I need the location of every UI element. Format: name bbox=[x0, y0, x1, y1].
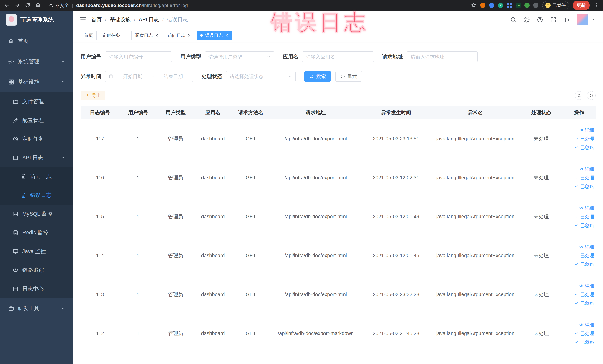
check-icon bbox=[575, 176, 579, 180]
sidebar-item-home[interactable]: 首页 bbox=[0, 31, 73, 51]
check-icon bbox=[575, 254, 579, 258]
col-process-status: 处理状态 bbox=[520, 106, 563, 119]
detail-link[interactable]: 详细 bbox=[579, 244, 594, 250]
close-icon[interactable] bbox=[122, 34, 126, 37]
browser-menu-kebab-icon[interactable] bbox=[593, 2, 599, 9]
process-status-select[interactable]: 请选择处理状态 bbox=[226, 71, 296, 82]
close-icon[interactable] bbox=[155, 34, 158, 37]
sidebar: 芋道管理系统 首页 系统管理 基础设施 文件管理 bbox=[0, 11, 73, 364]
bookmark-star-icon[interactable] bbox=[471, 2, 476, 9]
processed-link[interactable]: 已处理 bbox=[575, 175, 594, 181]
detail-link[interactable]: 详细 bbox=[579, 205, 594, 211]
help-icon[interactable] bbox=[537, 16, 543, 23]
sidebar-toggle-icon[interactable] bbox=[80, 16, 87, 24]
sidebar-item-java-monitor[interactable]: Java 监控 bbox=[0, 242, 73, 261]
table-row: 117 1 管理员 dashboard GET /api/infra/db-do… bbox=[81, 119, 596, 158]
sidebar-item-file-management[interactable]: 文件管理 bbox=[0, 92, 73, 111]
tab-access-log[interactable]: 访问日志 bbox=[164, 31, 195, 40]
paused-badge[interactable]: 已暂停 bbox=[542, 1, 569, 10]
sidebar-item-mysql-monitor[interactable]: MySQL 监控 bbox=[0, 205, 73, 223]
export-icon bbox=[85, 93, 90, 98]
extension-icon-green[interactable] bbox=[524, 3, 530, 8]
breadcrumb-api-logs[interactable]: API 日志 bbox=[139, 16, 159, 23]
col-app-name: 应用名 bbox=[195, 106, 232, 119]
search-icon[interactable] bbox=[510, 16, 516, 23]
sidebar-item-redis-monitor[interactable]: Redis 监控 bbox=[0, 223, 73, 242]
extension-icon-orange[interactable] bbox=[480, 3, 486, 8]
extension-icon-grid[interactable] bbox=[507, 3, 512, 8]
extensions-puzzle-icon[interactable] bbox=[533, 3, 538, 8]
request-url-input[interactable] bbox=[407, 51, 477, 62]
status-text: 未处理 bbox=[520, 158, 563, 197]
ignored-link[interactable]: 已忽略 bbox=[575, 183, 594, 189]
refresh-table-button[interactable] bbox=[587, 91, 596, 100]
app-logo[interactable]: 芋道管理系统 bbox=[0, 11, 73, 29]
hide-search-button[interactable] bbox=[575, 91, 583, 100]
exception-time-range-picker[interactable]: 开始日期 - 结束日期 bbox=[105, 71, 193, 82]
check-icon bbox=[575, 293, 579, 296]
processed-link[interactable]: 已处理 bbox=[575, 292, 594, 298]
browser-reload-button[interactable] bbox=[25, 2, 30, 9]
user-id-input[interactable] bbox=[105, 51, 172, 62]
font-size-icon[interactable]: TT bbox=[564, 16, 570, 23]
tab-error-log[interactable]: 错误日志 bbox=[197, 31, 232, 40]
sidebar-item-error-log[interactable]: 错误日志 bbox=[0, 186, 73, 205]
sidebar-item-api-logs[interactable]: API 日志 bbox=[0, 148, 73, 167]
sidebar-item-log-center[interactable]: 日志中心 bbox=[0, 280, 73, 298]
sidebar-item-trace[interactable]: 链路追踪 bbox=[0, 261, 73, 280]
eye-icon bbox=[579, 128, 583, 132]
processed-link[interactable]: 已处理 bbox=[575, 136, 594, 142]
browser-forward-button[interactable] bbox=[14, 2, 20, 9]
security-indicator[interactable]: 不安全 bbox=[48, 2, 69, 9]
status-text: 未处理 bbox=[520, 197, 563, 236]
col-method: 请求方法名 bbox=[232, 106, 270, 119]
sidebar-item-dev-tools[interactable]: 研发工具 bbox=[0, 298, 73, 318]
search-button[interactable]: 搜索 bbox=[304, 71, 331, 82]
sidebar-item-scheduled-tasks[interactable]: 定时任务 bbox=[0, 130, 73, 148]
browser-back-button[interactable] bbox=[4, 2, 10, 9]
browser-home-button[interactable] bbox=[35, 2, 41, 9]
date-separator: - bbox=[152, 74, 154, 79]
col-request-url: 请求地址 bbox=[270, 106, 361, 119]
tab-scheduled-tasks[interactable]: 定时任务 bbox=[99, 31, 129, 40]
reset-button[interactable]: 重置 bbox=[335, 71, 362, 82]
avatar[interactable] bbox=[577, 14, 588, 25]
app-name-input[interactable] bbox=[302, 51, 374, 62]
database-icon bbox=[12, 211, 19, 217]
ignored-link[interactable]: 已忽略 bbox=[575, 339, 594, 345]
ignored-link[interactable]: 已忽略 bbox=[575, 222, 594, 228]
sidebar-item-config-management[interactable]: 配置管理 bbox=[0, 111, 73, 130]
export-button[interactable]: 导出 bbox=[81, 91, 105, 100]
detail-link[interactable]: 详细 bbox=[579, 322, 594, 328]
address-bar[interactable]: 不安全 | dashboard.yudao.iocoder.cn/infra/l… bbox=[48, 2, 466, 9]
ignored-link[interactable]: 已忽略 bbox=[575, 144, 594, 151]
url-text: dashboard.yudao.iocoder.cn/infra/log/api… bbox=[76, 3, 188, 8]
processed-link[interactable]: 已处理 bbox=[575, 253, 594, 259]
close-icon[interactable] bbox=[188, 34, 191, 37]
breadcrumb-infrastructure[interactable]: 基础设施 bbox=[110, 16, 131, 23]
processed-link[interactable]: 已处理 bbox=[575, 330, 594, 337]
detail-link[interactable]: 详细 bbox=[579, 127, 594, 133]
ignored-link[interactable]: 已忽略 bbox=[575, 300, 594, 306]
extension-icon-teal[interactable]: Y bbox=[498, 3, 503, 8]
ignored-link[interactable]: 已忽略 bbox=[575, 261, 594, 267]
detail-link[interactable]: 详细 bbox=[579, 166, 594, 172]
sidebar-item-system-management[interactable]: 系统管理 bbox=[0, 51, 73, 72]
github-icon[interactable] bbox=[523, 16, 530, 23]
avatar-caret-down-icon[interactable] bbox=[592, 18, 596, 22]
sidebar-item-infrastructure[interactable]: 基础设施 bbox=[0, 72, 73, 92]
sidebar-item-access-log[interactable]: 访问日志 bbox=[0, 167, 73, 186]
user-type-select[interactable]: 请选择用户类型 bbox=[205, 51, 274, 62]
tab-home[interactable]: 首页 bbox=[81, 31, 97, 40]
extension-icon-on[interactable]: on bbox=[515, 3, 521, 8]
processed-link[interactable]: 已处理 bbox=[575, 214, 594, 220]
close-icon[interactable] bbox=[225, 34, 228, 37]
browser-update-button[interactable]: 更新 bbox=[573, 1, 590, 10]
extension-icon-blue-drop[interactable] bbox=[489, 3, 494, 8]
tab-schedule-log[interactable]: 调度日志 bbox=[131, 31, 162, 40]
table-toolbar: 导出 bbox=[81, 91, 596, 100]
breadcrumb-home[interactable]: 首页 bbox=[91, 16, 102, 23]
fullscreen-icon[interactable] bbox=[550, 16, 557, 23]
folder-icon bbox=[12, 99, 19, 105]
detail-link[interactable]: 详细 bbox=[579, 283, 594, 289]
